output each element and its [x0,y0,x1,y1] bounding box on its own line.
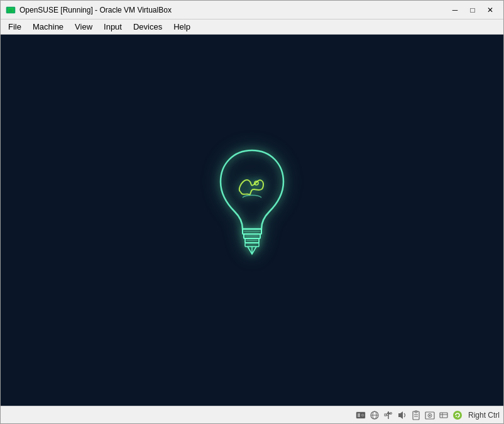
svg-rect-2 [9,9,13,12]
menu-devices[interactable]: Devices [128,20,167,33]
window-title: OpenSUSE [Running] - Oracle VM VirtualBo… [19,6,172,14]
status-bar: Right Ctrl [1,406,503,423]
opensuse-logo [211,144,293,282]
right-ctrl-label: Right Ctrl [468,411,500,420]
status-icon-group [354,409,464,421]
audio-icon[interactable] [396,409,408,421]
menu-help[interactable]: Help [168,20,195,33]
menu-machine[interactable]: Machine [28,20,68,33]
menu-view[interactable]: View [70,20,97,33]
svg-rect-13 [358,413,360,417]
svg-rect-23 [385,414,386,416]
settings-icon[interactable] [437,409,450,421]
window-controls: ─ □ ✕ [447,4,498,16]
svg-marker-24 [398,411,403,419]
opensuse-status-icon[interactable] [451,409,464,421]
virtualbox-window: OpenSUSE [Running] - Oracle VM VirtualBo… [0,0,504,424]
capture-icon[interactable] [424,409,436,421]
menu-file[interactable]: File [3,20,26,33]
svg-point-31 [429,415,430,416]
network-icon[interactable] [368,409,381,421]
vm-display[interactable] [1,35,503,406]
close-button[interactable]: ✕ [482,4,498,16]
storage-icon[interactable] [354,409,367,421]
svg-rect-32 [440,413,447,418]
bulb-svg [211,144,293,282]
title-bar-left: OpenSUSE [Running] - Oracle VM VirtualBo… [6,5,172,15]
usb-icon[interactable] [382,409,395,421]
svg-point-35 [453,411,462,420]
svg-point-14 [361,414,364,416]
app-icon [6,5,16,15]
minimize-button[interactable]: ─ [447,4,463,16]
svg-point-36 [456,416,457,417]
maximize-button[interactable]: □ [464,4,481,16]
clipboard-icon[interactable] [410,409,422,421]
title-bar: OpenSUSE [Running] - Oracle VM VirtualBo… [1,1,503,20]
menu-bar: File Machine View Input Devices Help [1,20,503,35]
menu-input[interactable]: Input [99,20,127,33]
